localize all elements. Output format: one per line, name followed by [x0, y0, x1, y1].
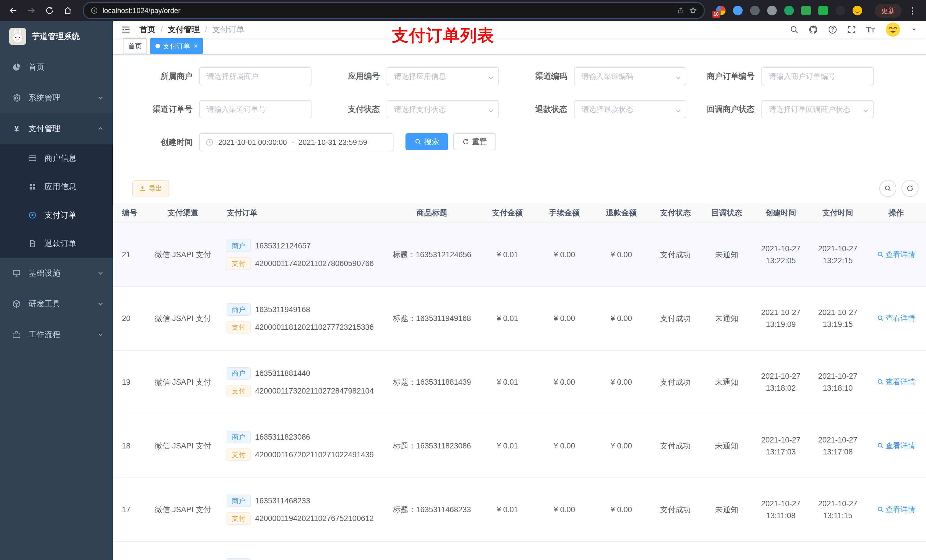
clock-icon: [206, 138, 213, 146]
tab-home[interactable]: 首页: [123, 38, 147, 54]
view-detail-link[interactable]: 查看详情: [877, 377, 915, 387]
gear-icon: [11, 93, 22, 103]
browser-home-button[interactable]: [61, 3, 75, 18]
sidebar-item-payment[interactable]: ¥ 支付管理: [0, 113, 113, 144]
bookmark-star-icon[interactable]: [689, 6, 697, 15]
browser-back-button[interactable]: [6, 3, 21, 18]
merchant-tag: 商户: [227, 303, 251, 316]
breadcrumb-pay-management[interactable]: 支付管理: [168, 24, 200, 35]
column-id: 编号: [113, 203, 140, 223]
browser-update-button[interactable]: 更新: [875, 4, 902, 18]
app-title: 芋道管理系统: [32, 31, 80, 42]
channel-cell: 微信 JSAPI 支付: [140, 223, 225, 287]
export-button[interactable]: 导出: [132, 180, 169, 196]
browser-reload-button[interactable]: [42, 3, 57, 18]
action-cell: 查看详情: [866, 542, 926, 560]
user-avatar[interactable]: [884, 21, 902, 38]
merchant-order-no-input[interactable]: [761, 67, 874, 85]
extension-icon-blue[interactable]: [733, 6, 743, 15]
tab-pay-order[interactable]: 支付订单 ×: [150, 38, 203, 54]
refresh-button[interactable]: [902, 180, 918, 197]
extension-icon-green-circle[interactable]: [784, 6, 794, 15]
search-icon[interactable]: [790, 25, 799, 34]
sidebar-item-dev-tools[interactable]: 研发工具: [0, 288, 113, 319]
extension-icon-emoji[interactable]: [853, 6, 862, 15]
view-detail-link[interactable]: 查看详情: [877, 249, 915, 260]
date-range-picker[interactable]: 2021-10-01 00:00:00 - 2021-10-31 23:59:5…: [199, 133, 393, 151]
search-button[interactable]: 搜索: [406, 133, 448, 150]
order-table-body: 21 微信 JSAPI 支付 商户 1635312124657 支付 42000…: [113, 223, 926, 560]
sidebar-item-refund-order[interactable]: 退款订单: [0, 229, 113, 258]
share-icon[interactable]: [677, 7, 684, 14]
pay-tag: 支付: [227, 385, 251, 397]
sidebar-menu: 首页 系统管理 ¥ 支付管理: [0, 52, 113, 350]
merchant-tag: 商户: [227, 431, 251, 443]
github-icon[interactable]: [808, 25, 818, 35]
font-size-icon[interactable]: TT: [866, 25, 875, 35]
table-row: 商户 1635311517926 支付: [113, 542, 926, 560]
filter-notify-status: 回调商户状态: [696, 100, 884, 118]
notify-status-cell: 未通知: [701, 414, 752, 478]
merchant-tag: 商户: [227, 495, 251, 507]
table-row: 17 微信 JSAPI 支付 商户 1635311468233 支付 42000…: [113, 478, 926, 542]
order-id-cell: [113, 542, 140, 560]
create-time-cell: 2021-10-27 13:11:08: [752, 478, 809, 542]
browser-menu-icon[interactable]: ⋮: [905, 6, 920, 16]
sidebar-item-app-info[interactable]: 应用信息: [0, 172, 113, 201]
address-bar[interactable]: localhost:1024/pay/order: [83, 2, 705, 19]
pay-status-select[interactable]: [387, 100, 499, 118]
extension-icon-dark[interactable]: [835, 6, 845, 15]
view-detail-link[interactable]: 查看详情: [877, 313, 915, 323]
app-logo[interactable]: 芋道管理系统: [0, 21, 113, 52]
channel-cell: [140, 542, 225, 560]
extension-icon-colorful[interactable]: 10: [716, 6, 726, 15]
chevron-down-icon: [97, 301, 104, 307]
pay-order-no: 4200001167202110271022491439: [255, 450, 374, 459]
refund-status-select[interactable]: [574, 100, 686, 118]
extension-icon-green-chat[interactable]: [819, 6, 828, 15]
column-channel: 支付渠道: [140, 203, 225, 223]
sidebar-item-infrastructure[interactable]: 基础设施: [0, 258, 113, 288]
date-separator: -: [291, 138, 294, 147]
caret-down-icon[interactable]: [911, 27, 917, 32]
reset-button[interactable]: 重置: [453, 133, 496, 150]
fullscreen-icon[interactable]: [847, 25, 856, 34]
site-info-icon[interactable]: [91, 7, 98, 14]
filter-merchant-order-no: 商户订单编号: [696, 67, 884, 85]
logo-image: [9, 28, 26, 45]
sidebar-item-merchant-info[interactable]: 商户信息: [0, 144, 113, 172]
channel-order-no-input[interactable]: [199, 100, 312, 118]
browser-forward-button[interactable]: [24, 3, 39, 18]
sidebar-item-home[interactable]: 首页: [0, 52, 113, 83]
sidebar-item-pay-order[interactable]: 支付订单: [0, 201, 113, 229]
breadcrumb-home[interactable]: 首页: [139, 24, 156, 35]
refund-cell: ¥ 0.00: [593, 350, 650, 414]
product-title-cell: 标题：1635311468233: [385, 478, 479, 542]
merchant-input[interactable]: [199, 67, 312, 85]
close-icon[interactable]: ×: [194, 43, 198, 50]
extension-icon-gray[interactable]: [750, 6, 760, 15]
extension-icon-green-check[interactable]: [801, 6, 811, 15]
filter-channel-order-no: 渠道订单号: [135, 100, 322, 118]
sidebar-item-workflow[interactable]: 工作流程: [0, 319, 113, 350]
extension-icon-lightgray[interactable]: [767, 6, 777, 15]
notify-status-select[interactable]: [761, 100, 874, 118]
filter-refund-status: 退款状态: [509, 100, 696, 118]
sidebar-toggle-icon[interactable]: [121, 24, 131, 35]
chevron-up-icon: [97, 125, 104, 132]
notify-status-cell: 未通知: [701, 223, 752, 287]
dashboard-icon: [11, 63, 22, 72]
view-detail-link[interactable]: 查看详情: [877, 504, 915, 515]
merchant-order-no: 1635311823086: [255, 433, 310, 442]
app-no-select[interactable]: [387, 67, 499, 85]
sidebar-item-system[interactable]: 系统管理: [0, 83, 113, 113]
pay-order-no: 4200001181202110277723215336: [255, 323, 374, 332]
channel-code-select[interactable]: [574, 67, 686, 85]
fee-cell: ¥ 0.00: [536, 414, 593, 478]
active-dot-icon: [156, 44, 160, 48]
view-detail-link[interactable]: 查看详情: [877, 441, 915, 451]
toggle-search-button[interactable]: [879, 180, 896, 197]
help-icon[interactable]: [828, 25, 837, 35]
pay-tag: 支付: [227, 512, 251, 525]
order-no-cell: 商户 1635311468233 支付 42000011942021102767…: [225, 478, 385, 542]
